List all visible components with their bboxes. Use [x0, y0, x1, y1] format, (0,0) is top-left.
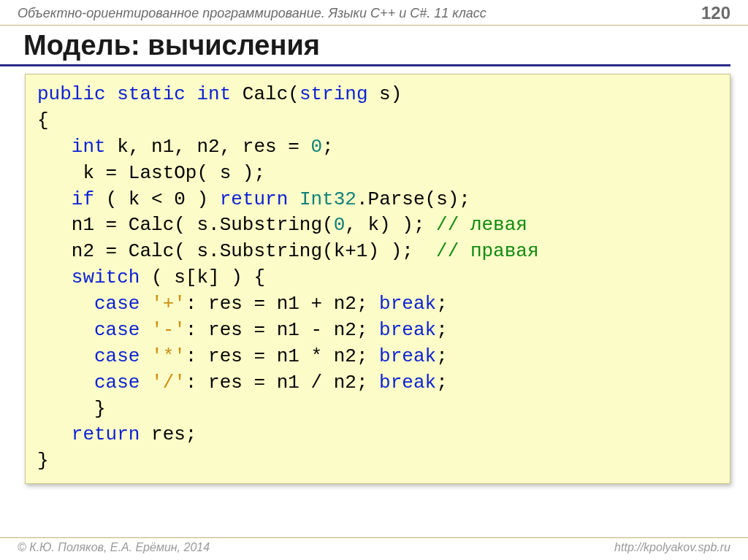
code-line: case '+': res = n1 + n2; break; — [37, 293, 448, 315]
copyright: © К.Ю. Поляков, Е.А. Ерёмин, 2014 — [18, 541, 210, 554]
code-line: return res; — [37, 423, 196, 445]
course-title: Объектно-ориентированное программировани… — [18, 6, 486, 21]
slide-title: Модель: вычисления — [23, 30, 730, 61]
code-line: switch ( s[k] ) { — [37, 266, 265, 288]
code-line: } — [37, 450, 49, 472]
code-line: case '*': res = n1 * n2; break; — [37, 345, 448, 367]
code-line: public static int Calc(string s) — [37, 83, 402, 105]
code-line: case '/': res = n1 / n2; break; — [37, 372, 448, 394]
top-bar: Объектно-ориентированное программировани… — [0, 0, 748, 26]
heading-wrap: Модель: вычисления — [0, 28, 730, 66]
footer-url: http://kpolyakov.spb.ru — [614, 541, 730, 554]
page-number: 120 — [701, 3, 730, 23]
code-line: { — [37, 110, 49, 131]
code-line: n1 = Calc( s.Substring(0, k) ); // левая — [37, 214, 527, 236]
code-line: int k, n1, n2, res = 0; — [37, 136, 334, 158]
code-line: n2 = Calc( s.Substring(k+1) ); // правая — [37, 240, 539, 262]
code-line: k = LastOp( s ); — [37, 162, 265, 184]
code-line: case '-': res = n1 - n2; break; — [37, 319, 448, 341]
footer: © К.Ю. Поляков, Е.А. Ерёмин, 2014 http:/… — [0, 537, 748, 560]
code-block: public static int Calc(string s) { int k… — [25, 74, 730, 484]
code-line: if ( k < 0 ) return Int32.Parse(s); — [37, 188, 470, 210]
slide: Объектно-ориентированное программировани… — [0, 0, 748, 560]
code-line: } — [37, 398, 106, 420]
